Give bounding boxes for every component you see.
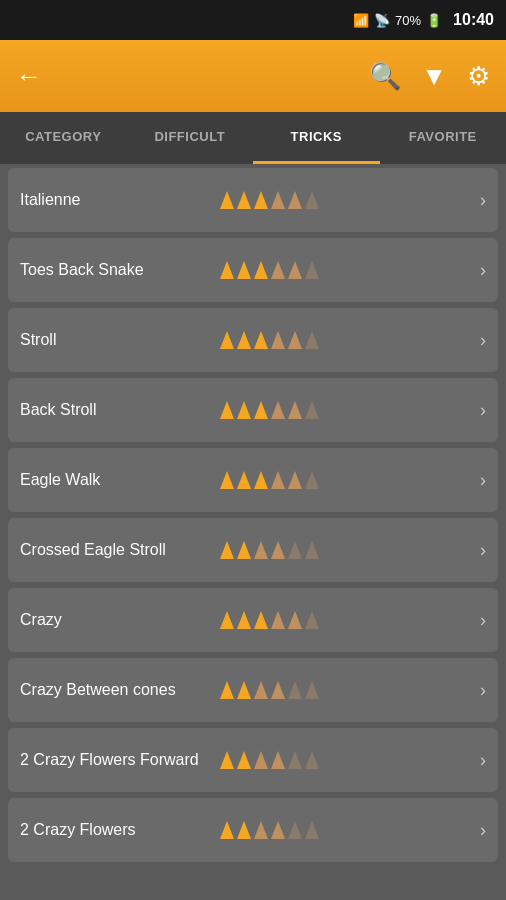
chevron-right-icon: › xyxy=(480,470,486,491)
chevron-right-icon: › xyxy=(480,750,486,771)
trick-name: Italienne xyxy=(20,190,220,211)
cone-orange xyxy=(237,611,251,629)
difficulty-cones xyxy=(220,751,319,769)
cone-faded xyxy=(288,401,302,419)
status-bar: 📶 📡 70% 🔋 10:40 xyxy=(0,0,506,40)
wifi-icon: 📶 xyxy=(353,13,369,28)
list-item[interactable]: Italienne › xyxy=(8,168,498,232)
chevron-right-icon: › xyxy=(480,680,486,701)
trick-name: Stroll xyxy=(20,330,220,351)
cones-area xyxy=(220,751,472,769)
list-item[interactable]: Toes Back Snake › xyxy=(8,238,498,302)
cone-orange xyxy=(237,471,251,489)
cone-orange xyxy=(254,331,268,349)
cone-gray xyxy=(288,751,302,769)
cone-faded xyxy=(288,471,302,489)
difficulty-cones xyxy=(220,401,319,419)
chevron-right-icon: › xyxy=(480,260,486,281)
difficulty-cones xyxy=(220,541,319,559)
cone-faded xyxy=(254,821,268,839)
list-item[interactable]: Eagle Walk › xyxy=(8,448,498,512)
tricks-list: Italienne › Toes Back Snake › Stroll › B… xyxy=(0,164,506,900)
filter-button[interactable]: ▼ xyxy=(421,61,447,92)
cones-area xyxy=(220,611,472,629)
cone-orange xyxy=(254,191,268,209)
clock-label: 10:40 xyxy=(453,11,494,29)
difficulty-cones xyxy=(220,681,319,699)
cone-gray xyxy=(305,471,319,489)
toolbar-left: ← xyxy=(16,61,42,92)
tab-category[interactable]: CATEGORY xyxy=(0,112,127,164)
search-button[interactable]: 🔍 xyxy=(369,61,401,92)
battery-icon: 🔋 xyxy=(426,13,442,28)
cone-faded xyxy=(271,751,285,769)
signal-icon: 📡 xyxy=(374,13,390,28)
cone-orange xyxy=(237,191,251,209)
cone-orange xyxy=(237,401,251,419)
trick-name: Eagle Walk xyxy=(20,470,220,491)
trick-name: 2 Crazy Flowers xyxy=(20,820,220,841)
cones-area xyxy=(220,331,472,349)
status-icons: 📶 📡 70% 🔋 10:40 xyxy=(353,11,494,29)
cones-area xyxy=(220,261,472,279)
cone-orange xyxy=(237,261,251,279)
cone-gray xyxy=(288,541,302,559)
list-item[interactable]: 2 Crazy Flowers › xyxy=(8,798,498,862)
chevron-right-icon: › xyxy=(480,400,486,421)
settings-button[interactable]: ⚙ xyxy=(467,61,490,92)
list-item[interactable]: Crazy Between cones › xyxy=(8,658,498,722)
cones-area xyxy=(220,541,472,559)
list-item[interactable]: Back Stroll › xyxy=(8,378,498,442)
chevron-right-icon: › xyxy=(480,610,486,631)
cone-orange xyxy=(237,751,251,769)
list-item[interactable]: 2 Crazy Flowers Forward › xyxy=(8,728,498,792)
toolbar-right: 🔍 ▼ ⚙ xyxy=(369,61,490,92)
difficulty-cones xyxy=(220,611,319,629)
cone-gray xyxy=(288,821,302,839)
cone-orange xyxy=(220,471,234,489)
cone-gray xyxy=(305,681,319,699)
trick-name: 2 Crazy Flowers Forward xyxy=(20,750,220,771)
tab-difficult[interactable]: DIFFICULT xyxy=(127,112,254,164)
tab-tricks[interactable]: TRICKS xyxy=(253,112,380,164)
cone-faded xyxy=(271,611,285,629)
cone-faded xyxy=(254,751,268,769)
cone-faded xyxy=(288,611,302,629)
cone-orange xyxy=(220,401,234,419)
difficulty-cones xyxy=(220,191,319,209)
cone-orange xyxy=(220,261,234,279)
cones-area xyxy=(220,471,472,489)
difficulty-cones xyxy=(220,471,319,489)
list-item[interactable]: Crazy › xyxy=(8,588,498,652)
trick-name: Toes Back Snake xyxy=(20,260,220,281)
cone-faded xyxy=(271,821,285,839)
cone-orange xyxy=(220,751,234,769)
cone-faded xyxy=(271,331,285,349)
back-button[interactable]: ← xyxy=(16,61,42,92)
list-item[interactable]: Crossed Eagle Stroll › xyxy=(8,518,498,582)
cone-gray xyxy=(305,331,319,349)
cone-faded xyxy=(271,471,285,489)
cone-gray xyxy=(305,751,319,769)
difficulty-cones xyxy=(220,821,319,839)
cone-orange xyxy=(254,471,268,489)
trick-name: Crossed Eagle Stroll xyxy=(20,540,220,561)
cone-faded xyxy=(288,191,302,209)
chevron-right-icon: › xyxy=(480,820,486,841)
cone-faded xyxy=(271,681,285,699)
cone-gray xyxy=(305,261,319,279)
difficulty-cones xyxy=(220,261,319,279)
chevron-right-icon: › xyxy=(480,330,486,351)
cone-faded xyxy=(254,681,268,699)
cone-gray xyxy=(288,681,302,699)
difficulty-cones xyxy=(220,331,319,349)
cone-faded xyxy=(271,541,285,559)
list-item[interactable]: Stroll › xyxy=(8,308,498,372)
cone-orange xyxy=(237,821,251,839)
cone-orange xyxy=(220,681,234,699)
tab-favorite[interactable]: FAVORITE xyxy=(380,112,507,164)
cone-orange xyxy=(254,401,268,419)
cone-faded xyxy=(254,541,268,559)
cones-area xyxy=(220,191,472,209)
cone-faded xyxy=(271,401,285,419)
